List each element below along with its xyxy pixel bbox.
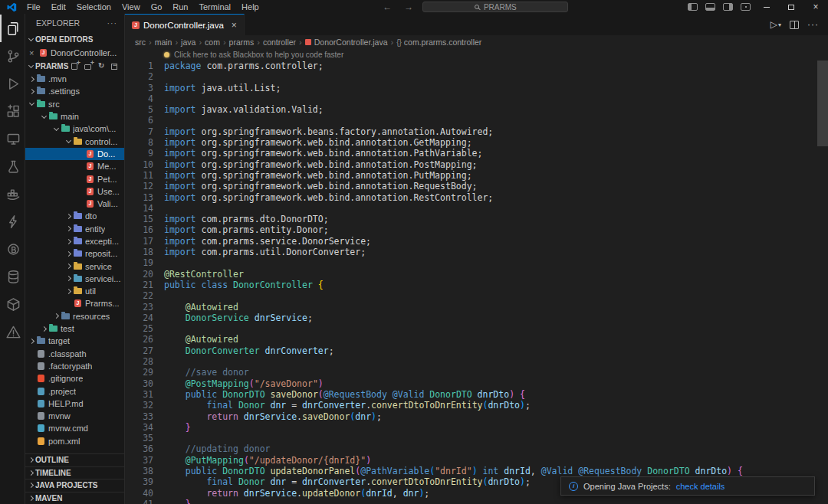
tree-item-gitignore[interactable]: .gitignore xyxy=(25,372,124,385)
tree-item-servicei[interactable]: servicei... xyxy=(25,273,124,285)
collapse-folders-icon[interactable] xyxy=(110,62,119,70)
breadcrumb-item-prarms[interactable]: prarms xyxy=(229,38,255,47)
code-line-32[interactable]: 32 final Donor dnr = dnrConverter.conver… xyxy=(125,400,828,411)
code-line-35[interactable]: 35 xyxy=(125,433,828,443)
tree-item-control[interactable]: control... xyxy=(25,135,124,147)
toggle-secondary-sidebar-icon[interactable] xyxy=(723,3,733,11)
new-file-icon[interactable] xyxy=(71,62,80,70)
run-java-button[interactable]: ▷ ▾ xyxy=(770,19,781,30)
java-alert-icon[interactable] xyxy=(0,318,25,345)
explorer-icon[interactable] xyxy=(0,15,25,42)
code-line-31[interactable]: 31 public DonorDTO saveDonor(@RequestBod… xyxy=(125,389,828,400)
tree-item-project[interactable]: .project xyxy=(25,385,124,397)
tree-item-test[interactable]: test xyxy=(25,322,124,335)
menu-selection[interactable]: Selection xyxy=(71,2,117,11)
open-editor-item[interactable]: × J DonorController... xyxy=(25,46,124,59)
tree-item-me[interactable]: JMe... xyxy=(25,160,124,172)
editor-scrollbar[interactable] xyxy=(817,61,828,504)
section-maven[interactable]: MAVEN xyxy=(25,492,124,504)
breadcrumb-item-com-prarms-controller[interactable]: {}com.prarms.controller xyxy=(396,38,481,47)
code-line-37[interactable]: 37 @PutMapping("/updateDonor/{dnrId}") xyxy=(125,455,828,466)
breadcrumb-item-main[interactable]: main xyxy=(155,38,172,47)
tree-item-factorypath[interactable]: .factorypath xyxy=(25,360,124,372)
tree-item-dto[interactable]: dto xyxy=(25,210,124,222)
run-debug-icon[interactable] xyxy=(0,70,25,97)
tree-item-use[interactable]: JUse... xyxy=(25,185,124,198)
code-line-33[interactable]: 33 return dnrService.saveDonor(dnr); xyxy=(125,411,828,422)
breadcrumb-item-controller[interactable]: controller xyxy=(263,38,296,47)
close-window-button[interactable]: × xyxy=(803,0,828,14)
open-editors-header[interactable]: OPEN EDITORS xyxy=(25,32,124,46)
code-line-1[interactable]: 1package com.prarms.controller; xyxy=(125,61,828,71)
code-line-8[interactable]: 8import org.springframework.web.bind.ann… xyxy=(125,137,828,148)
tree-item-resources[interactable]: resources xyxy=(25,310,124,322)
breadcrumb-item-donorcontroller-java[interactable]: DonorController.java xyxy=(305,38,388,47)
code-line-28[interactable]: 28 xyxy=(125,356,828,367)
section-java-projects[interactable]: JAVA PROJECTS xyxy=(25,479,124,492)
code-line-14[interactable]: 14 xyxy=(125,203,828,214)
blackbox-icon[interactable] xyxy=(0,235,25,263)
extensions-icon[interactable] xyxy=(0,97,25,125)
tree-item-service[interactable]: service xyxy=(25,260,124,272)
section-timeline[interactable]: TIMELINE xyxy=(25,466,124,479)
source-control-icon[interactable] xyxy=(0,42,25,70)
tree-item-util[interactable]: util xyxy=(25,285,124,297)
code-line-41[interactable]: 41 } xyxy=(125,499,828,504)
close-editor-icon[interactable]: × xyxy=(29,48,38,57)
tree-item-target[interactable]: target xyxy=(25,335,124,347)
lightning-icon[interactable] xyxy=(0,208,25,235)
tree-item-src[interactable]: src xyxy=(25,98,124,110)
tree-item-entity[interactable]: entity xyxy=(25,223,124,235)
code-line-4[interactable]: 4 xyxy=(125,93,828,104)
code-line-3[interactable]: 3import java.util.List; xyxy=(125,83,828,93)
check-details-link[interactable]: check details xyxy=(676,482,725,491)
code-line-19[interactable]: 19 xyxy=(125,257,828,268)
refresh-explorer-icon[interactable] xyxy=(97,62,106,70)
code-line-11[interactable]: 11import org.springframework.web.bind.an… xyxy=(125,170,828,181)
code-line-38[interactable]: 38 public DonorDTO updateDonorPanel(@Pat… xyxy=(125,466,828,476)
code-line-26[interactable]: 26 @Autowired xyxy=(125,334,828,345)
tree-item-java-com[interactable]: java\com\... xyxy=(25,123,124,135)
tree-item-main[interactable]: main xyxy=(25,110,124,123)
code-line-17[interactable]: 17import com.prarms.service.DonorService… xyxy=(125,236,828,247)
test-flask-icon[interactable] xyxy=(0,152,25,180)
code-line-20[interactable]: 20@RestController xyxy=(125,269,828,280)
menu-view[interactable]: View xyxy=(117,2,146,11)
code-line-30[interactable]: 30 @PostMapping("/saveDonor") xyxy=(125,378,828,389)
command-center-search[interactable]: PRARMS xyxy=(422,2,568,12)
customize-layout-icon[interactable] xyxy=(741,3,751,11)
code-line-25[interactable]: 25 xyxy=(125,323,828,334)
toggle-sidebar-icon[interactable] xyxy=(688,3,698,11)
tree-item-reposit[interactable]: reposit... xyxy=(25,247,124,260)
code-line-16[interactable]: 16import com.prarms.entity.Donor; xyxy=(125,224,828,235)
remote-explorer-icon[interactable] xyxy=(0,125,25,152)
scrollbar-thumb[interactable] xyxy=(817,61,828,146)
restore-button[interactable] xyxy=(779,0,803,14)
tree-item-mvnw[interactable]: mvnw xyxy=(25,410,124,422)
blackbox-hint-bar[interactable]: Click here to ask Blackbox to help you c… xyxy=(125,49,828,61)
breadcrumb-item-java[interactable]: java xyxy=(181,38,196,47)
section-outline[interactable]: OUTLINE xyxy=(25,453,124,466)
tree-item-mvn[interactable]: .mvn xyxy=(25,73,124,85)
code-line-34[interactable]: 34 } xyxy=(125,422,828,433)
code-line-13[interactable]: 13import org.springframework.web.bind.an… xyxy=(125,192,828,203)
tree-item-do[interactable]: JDo... xyxy=(25,148,124,160)
tree-item-mvnw-cmd[interactable]: mvnw.cmd xyxy=(25,422,124,434)
code-line-18[interactable]: 18import com.prarms.util.DonorConverter; xyxy=(125,247,828,257)
tree-item-settings[interactable]: .settings xyxy=(25,85,124,97)
editor-more-actions-icon[interactable]: ··· xyxy=(807,19,819,30)
code-line-5[interactable]: 5import javax.validation.Valid; xyxy=(125,104,828,115)
menu-help[interactable]: Help xyxy=(236,2,264,11)
tree-item-vali[interactable]: JVali... xyxy=(25,198,124,210)
back-icon[interactable]: ← xyxy=(380,2,395,12)
code-line-9[interactable]: 9import org.springframework.web.bind.ann… xyxy=(125,148,828,159)
tree-item-pet[interactable]: JPet... xyxy=(25,172,124,185)
code-line-21[interactable]: 21public class DonorController { xyxy=(125,280,828,290)
tree-item-excepti[interactable]: excepti... xyxy=(25,235,124,247)
code-line-12[interactable]: 12import org.springframework.web.bind.an… xyxy=(125,181,828,191)
menu-terminal[interactable]: Terminal xyxy=(194,2,237,11)
breadcrumb-item-src[interactable]: src xyxy=(135,38,146,47)
code-line-24[interactable]: 24 DonorService dnrService; xyxy=(125,313,828,323)
toggle-panel-icon[interactable] xyxy=(705,3,715,11)
code-line-22[interactable]: 22 xyxy=(125,290,828,301)
